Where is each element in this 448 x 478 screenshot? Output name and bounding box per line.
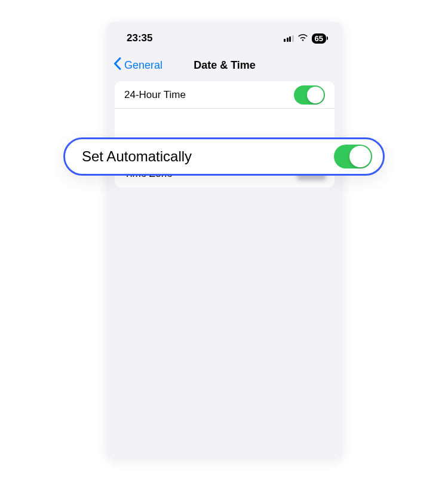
nav-bar: General Date & Time [106, 50, 343, 81]
status-bar: 23:35 65 [106, 22, 343, 50]
toggle-knob [349, 146, 371, 167]
status-time: 23:35 [127, 32, 152, 44]
page-title: Date & Time [194, 59, 256, 72]
row-set-automatically-highlighted[interactable]: Set Automatically [63, 137, 385, 176]
back-button[interactable]: General [113, 57, 162, 73]
cellular-icon [284, 35, 294, 42]
row-label: Set Automatically [82, 148, 192, 165]
back-label: General [124, 59, 162, 72]
battery-level: 65 [315, 34, 323, 43]
status-right: 65 [284, 32, 326, 44]
chevron-left-icon [113, 57, 121, 73]
wifi-icon [297, 32, 308, 44]
row-label: 24-Hour Time [124, 89, 186, 101]
row-24-hour-time[interactable]: 24-Hour Time [115, 81, 335, 109]
battery-icon: 65 [312, 33, 326, 44]
phone-frame: 23:35 65 General Date & Time [106, 22, 343, 459]
toggle-knob [307, 87, 324, 103]
toggle-24-hour-time[interactable] [294, 85, 325, 105]
toggle-set-automatically[interactable] [334, 145, 372, 168]
